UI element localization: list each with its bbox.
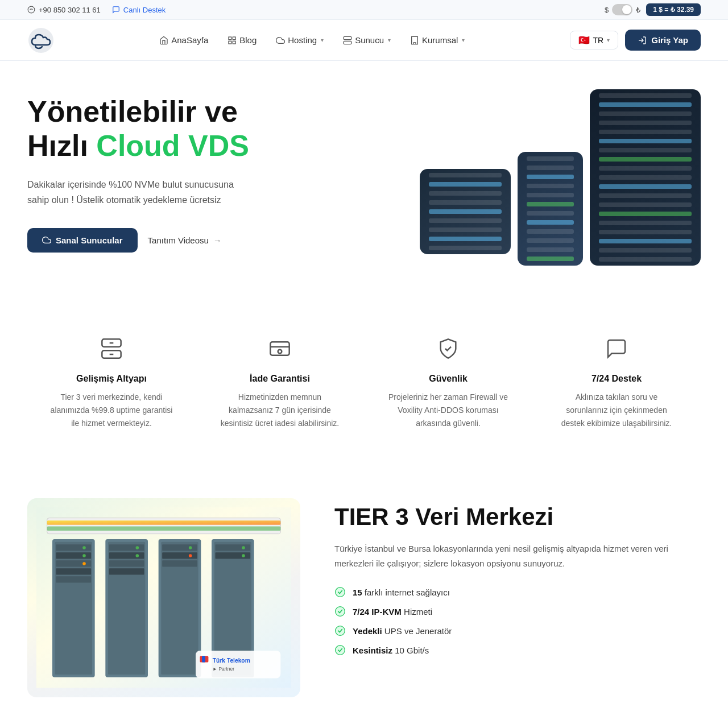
refund-icon — [268, 337, 291, 360]
check-icon-2 — [334, 606, 346, 617]
svg-point-71 — [336, 626, 345, 636]
dc-feature-ups: Yedekli UPS ve Jeneratör — [334, 625, 701, 636]
topbar: +90 850 302 11 61 Canlı Destek $ ₺ 1 $ =… — [0, 0, 728, 20]
svg-rect-32 — [47, 527, 281, 531]
svg-point-70 — [336, 607, 345, 617]
logo[interactable] — [27, 27, 55, 54]
chat-icon — [112, 6, 120, 14]
svg-rect-66 — [202, 656, 205, 663]
dc-feature-text-4: 10 Gbit/s — [392, 646, 429, 655]
hero-content: Yönetilebilir ve Hızlı Cloud VDS Dakikal… — [27, 95, 249, 253]
dc-feature-kvm: 7/24 IP-KVM Hizmeti — [334, 606, 701, 617]
feature-icon-server — [97, 334, 126, 363]
phone-number[interactable]: +90 850 302 11 61 — [27, 6, 101, 14]
feature-title-iade: İade Garantisi — [250, 374, 310, 384]
server-image-1 — [420, 169, 511, 254]
feature-iade: İade Garantisi Hizmetinizden memnun kalm… — [196, 322, 364, 441]
chat-bubble-icon — [605, 337, 628, 360]
nav-links: AnaSayfa Blog Hosting ▾ Sunucu ▾ Kurumsa… — [151, 31, 473, 49]
nav-blog[interactable]: Blog — [220, 31, 264, 49]
svg-rect-4 — [233, 41, 236, 44]
datacenter-image: Türk Telekom ► Partner — [27, 498, 300, 697]
hero-images — [420, 89, 701, 266]
svg-rect-3 — [233, 37, 236, 40]
building-icon — [410, 36, 419, 45]
nav-kurumsal[interactable]: Kurumsal ▾ — [402, 31, 473, 49]
feature-title-guvenlik: Güvenlik — [429, 374, 468, 384]
svg-point-25 — [278, 350, 282, 354]
login-button[interactable]: Giriş Yap — [625, 30, 701, 51]
virtual-servers-button[interactable]: Sanal Sunucular — [27, 228, 138, 253]
svg-rect-7 — [344, 41, 351, 44]
topbar-right: $ ₺ 1 $ = ₺ 32.39 — [605, 3, 701, 16]
checkmark-circle-icon — [334, 586, 346, 598]
nav-hosting[interactable]: Hosting ▾ — [268, 31, 332, 49]
feature-title-altyapi: Gelişmiş Altyapı — [76, 374, 147, 384]
currency-toggle[interactable]: $ ₺ — [605, 4, 640, 15]
svg-point-42 — [82, 562, 86, 565]
svg-rect-6 — [344, 36, 351, 39]
features-section: Gelişmiş Altyapı Tier 3 veri merkezinde,… — [0, 288, 728, 475]
datacenter-description: Türkiye İstanbul ve Bursa lokasyonlarınd… — [334, 541, 701, 570]
dc-feature-bold-4: Kesintisiz — [353, 646, 392, 655]
svg-point-50 — [136, 554, 139, 557]
svg-rect-37 — [56, 561, 92, 567]
dc-feature-bandwidth: Kesintisiz 10 Gbit/s — [334, 644, 701, 656]
hero-section: Yönetilebilir ve Hızlı Cloud VDS Dakikal… — [0, 61, 728, 288]
datacenter-section: Türk Telekom ► Partner TIER 3 Veri Merke… — [0, 475, 728, 719]
login-icon — [638, 36, 647, 45]
server-image-3 — [590, 89, 701, 266]
exchange-rate-badge: 1 $ = ₺ 32.39 — [646, 3, 701, 16]
check-icon-3 — [334, 625, 346, 636]
svg-text:Türk Telekom: Türk Telekom — [213, 657, 250, 664]
svg-rect-45 — [109, 545, 144, 551]
svg-rect-36 — [56, 553, 92, 559]
topbar-left: +90 850 302 11 61 Canlı Destek — [27, 6, 166, 14]
svg-rect-2 — [229, 37, 231, 40]
check-icon-4 — [334, 644, 346, 656]
svg-rect-64 — [196, 651, 280, 679]
nav-right: 🇹🇷 TR ▾ Giriş Yap — [570, 30, 701, 51]
checkmark-circle-icon-3 — [334, 625, 346, 636]
dc-feature-bold-2: 7/24 IP-KVM — [353, 607, 402, 617]
dc-feature-bold-1: 15 — [353, 588, 362, 597]
feature-desc-iade: Hizmetinizden memnun kalmazsanız 7 gün i… — [217, 391, 342, 430]
svg-rect-5 — [229, 41, 231, 44]
language-button[interactable]: 🇹🇷 TR ▾ — [570, 31, 619, 49]
checkmark-circle-icon-4 — [334, 644, 346, 656]
dc-feature-internet: 15 farklı internet sağlayıcı — [334, 586, 701, 598]
feature-desc-altyapi: Tier 3 veri merkezinde, kendi alanımızda… — [49, 391, 174, 430]
arrow-icon: → — [213, 235, 222, 245]
live-support-link[interactable]: Canlı Destek — [112, 6, 166, 14]
svg-text:► Partner: ► Partner — [213, 667, 234, 672]
svg-rect-61 — [216, 553, 251, 559]
dc-feature-text-3: UPS ve Jeneratör — [382, 626, 452, 636]
svg-rect-53 — [162, 545, 197, 551]
checkmark-circle-icon-2 — [334, 606, 346, 617]
svg-rect-30 — [47, 518, 281, 534]
svg-rect-39 — [56, 577, 92, 583]
svg-rect-48 — [109, 569, 144, 575]
video-button[interactable]: Tanıtım Videosu → — [148, 235, 222, 245]
svg-rect-54 — [162, 553, 197, 559]
navbar: AnaSayfa Blog Hosting ▾ Sunucu ▾ Kurumsa… — [0, 20, 728, 61]
svg-rect-46 — [109, 553, 144, 559]
currency-switch[interactable] — [612, 4, 632, 15]
dc-feature-bold-3: Yedekli — [353, 626, 382, 636]
nav-anasayfa[interactable]: AnaSayfa — [151, 31, 216, 49]
feature-altyapi: Gelişmiş Altyapı Tier 3 veri merkezinde,… — [27, 322, 196, 441]
blog-icon — [228, 36, 237, 45]
datacenter-features: 15 farklı internet sağlayıcı 7/24 IP-KVM… — [334, 586, 701, 656]
feature-guvenlik: Güvenlik Projeleriniz her zaman Firewall… — [364, 322, 532, 441]
cloud-btn-icon — [42, 235, 51, 245]
feature-icon-shield — [433, 334, 463, 363]
datacenter-title: TIER 3 Veri Merkezi — [334, 504, 701, 530]
svg-point-40 — [82, 546, 86, 549]
nav-sunucu[interactable]: Sunucu ▾ — [335, 31, 399, 49]
hosting-chevron: ▾ — [321, 37, 324, 43]
svg-rect-60 — [216, 545, 251, 551]
svg-point-41 — [82, 554, 86, 557]
lang-chevron: ▾ — [607, 37, 610, 43]
kurumsal-chevron: ▾ — [462, 37, 465, 43]
flag-icon: 🇹🇷 — [578, 35, 590, 46]
